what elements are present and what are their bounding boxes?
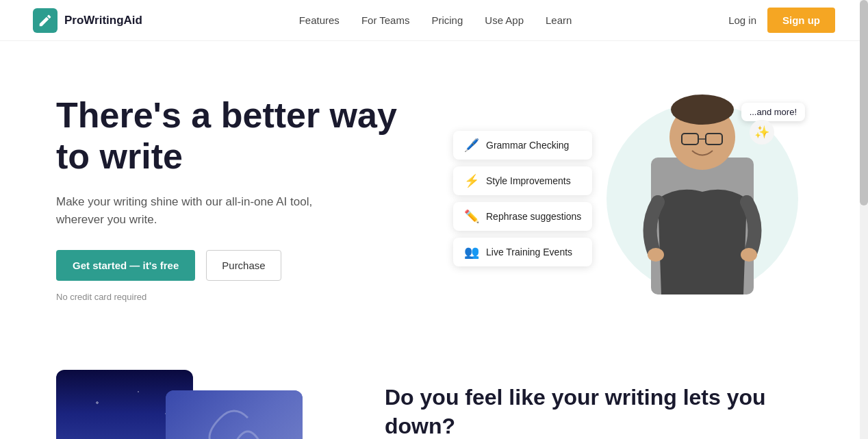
hero-person-illustration <box>634 89 771 308</box>
rephrase-icon: ✏️ <box>464 209 479 224</box>
page-wrapper: There's a better way to write Make your … <box>0 0 868 439</box>
sparkle-icon: ✨ <box>750 120 774 145</box>
logo-icon <box>33 8 58 33</box>
nav-features[interactable]: Features <box>299 14 340 26</box>
nav-pricing[interactable]: Pricing <box>431 14 463 26</box>
nav-learn[interactable]: Learn <box>546 14 572 26</box>
feature-cards: 🖊️ Grammar Checking ⚡ Style Improvements… <box>453 131 592 266</box>
nav-for-teams[interactable]: For Teams <box>361 14 410 26</box>
logo-text: ProWritingAid <box>64 14 142 27</box>
hero-buttons: Get started — it's free Purchase <box>56 250 412 281</box>
no-credit-card-text: No credit card required <box>56 292 412 302</box>
feature-card-rephrase: ✏️ Rephrase suggestions <box>453 202 592 231</box>
navbar: ProWritingAid Features For Teams Pricing… <box>0 0 868 41</box>
section2-left: My idea in my head <box>56 370 344 439</box>
grammar-label: Grammar Checking <box>486 140 569 151</box>
scrollbar-thumb[interactable] <box>860 0 868 205</box>
svg-point-2 <box>671 95 734 125</box>
more-label: ...and more! <box>741 103 805 121</box>
section2-title: Do you feel like your writing lets you d… <box>385 384 812 439</box>
hero-left: There's a better way to write Make your … <box>56 95 412 303</box>
training-icon: 👥 <box>464 244 479 260</box>
swirl-card: My idea in my head <box>166 390 303 439</box>
nav-use-app[interactable]: Use App <box>485 14 524 26</box>
hero-title: There's a better way to write <box>56 95 412 177</box>
rephrase-label: Rephrase suggestions <box>486 211 581 222</box>
nav-links: Features For Teams Pricing Use App Learn <box>299 14 572 27</box>
style-label: Style Improvements <box>486 175 571 186</box>
training-label: Live Training Events <box>486 247 572 258</box>
swirl-svg <box>166 390 303 439</box>
svg-point-9 <box>741 248 757 262</box>
logo-svg <box>38 13 53 28</box>
logo-link[interactable]: ProWritingAid <box>33 8 142 33</box>
person-svg <box>637 89 767 308</box>
svg-point-8 <box>648 248 664 262</box>
image-stack: My idea in my head <box>56 370 316 439</box>
feature-card-grammar: 🖊️ Grammar Checking <box>453 131 592 160</box>
swirl-bg <box>166 390 303 439</box>
hero-right: 🖊️ Grammar Checking ⚡ Style Improvements… <box>439 82 812 315</box>
get-started-button[interactable]: Get started — it's free <box>56 250 195 281</box>
nav-actions: Log in Sign up <box>728 8 835 33</box>
feature-card-training: 👥 Live Training Events <box>453 238 592 266</box>
style-icon: ⚡ <box>464 173 479 188</box>
section2-right: Do you feel like your writing lets you d… <box>385 370 812 439</box>
scrollbar-track[interactable] <box>860 0 868 439</box>
grammar-icon: 🖊️ <box>464 138 479 153</box>
signup-button[interactable]: Sign up <box>767 8 835 33</box>
feature-card-style: ⚡ Style Improvements <box>453 166 592 195</box>
hero-subtitle: Make your writing shine with our all-in-… <box>56 193 316 228</box>
section2: My idea in my head Do you feel like your… <box>23 342 845 439</box>
login-link[interactable]: Log in <box>728 14 756 26</box>
purchase-button[interactable]: Purchase <box>206 250 281 281</box>
hero-section: There's a better way to write Make your … <box>23 41 845 342</box>
